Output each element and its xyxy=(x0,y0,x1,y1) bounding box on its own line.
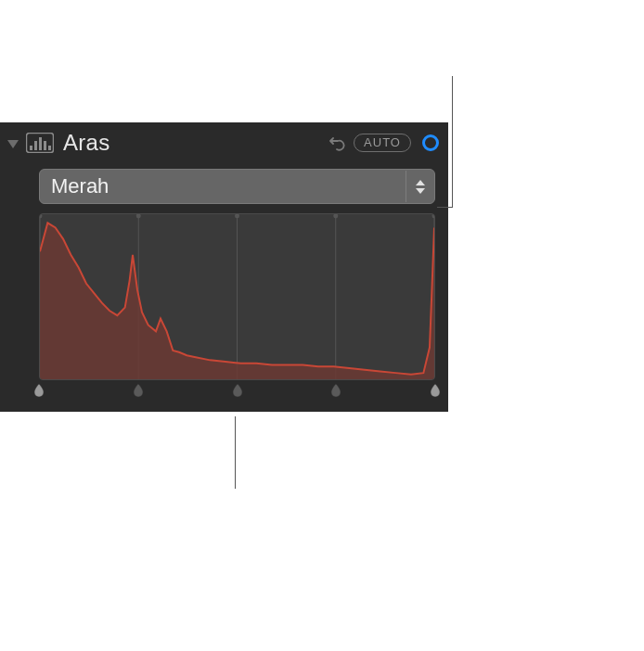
panel-title: Aras xyxy=(63,130,110,156)
levels-handle[interactable] xyxy=(329,384,342,399)
levels-handle[interactable] xyxy=(32,384,45,399)
levels-icon xyxy=(26,133,54,153)
svg-rect-1 xyxy=(30,146,32,150)
callout-line xyxy=(235,416,236,489)
panel-header: Aras AUTO xyxy=(0,122,448,163)
svg-rect-5 xyxy=(48,146,51,150)
svg-point-13 xyxy=(333,214,338,218)
svg-rect-3 xyxy=(39,137,42,150)
levels-handle[interactable] xyxy=(132,384,145,399)
levels-handle[interactable] xyxy=(429,384,442,399)
callout-line xyxy=(437,207,453,208)
undo-icon[interactable] xyxy=(328,134,346,152)
svg-point-11 xyxy=(235,214,239,218)
channel-select-value: Merah xyxy=(51,174,109,198)
enabled-indicator-icon[interactable] xyxy=(422,134,439,151)
svg-point-9 xyxy=(136,214,141,218)
levels-handle[interactable] xyxy=(231,384,244,399)
svg-point-7 xyxy=(40,214,43,218)
levels-slider-track[interactable] xyxy=(39,384,435,399)
callout-line xyxy=(452,76,453,208)
levels-panel: Aras AUTO Merah xyxy=(0,122,448,412)
svg-rect-4 xyxy=(44,141,46,150)
auto-button[interactable]: AUTO xyxy=(354,134,411,152)
svg-rect-2 xyxy=(34,141,37,150)
histogram[interactable] xyxy=(39,213,435,380)
svg-point-15 xyxy=(432,214,435,218)
disclosure-triangle-icon[interactable] xyxy=(7,140,19,148)
channel-select[interactable]: Merah xyxy=(39,169,435,204)
